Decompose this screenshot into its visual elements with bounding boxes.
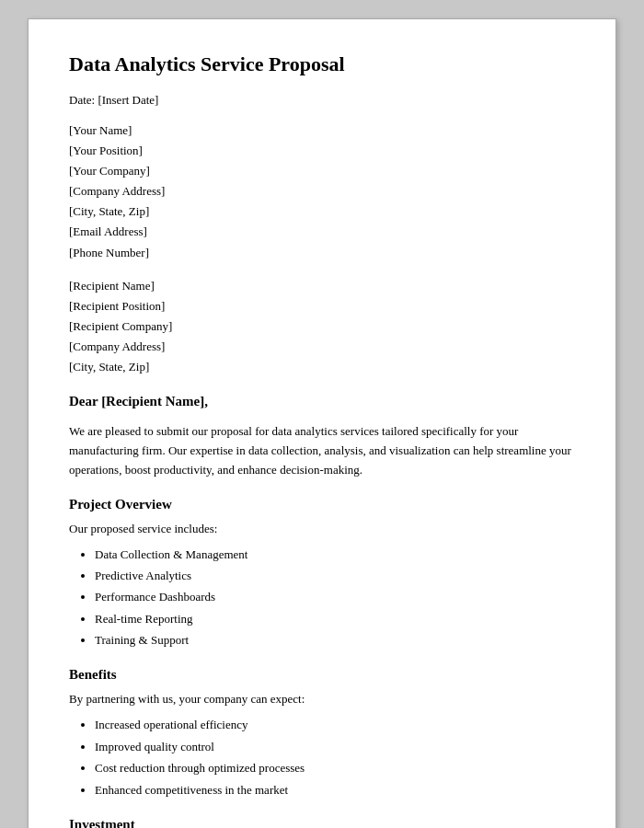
list-item: Data Collection & Management xyxy=(95,544,575,565)
project-overview-intro: Our proposed service includes: xyxy=(69,522,575,536)
investment-section: Investment xyxy=(69,817,575,828)
sender-name: [Your Name] xyxy=(69,121,575,141)
list-item: Cost reduction through optimized process… xyxy=(95,757,575,778)
sender-email: [Email Address] xyxy=(69,222,575,242)
list-item: Improved quality control xyxy=(95,736,575,757)
recipient-city-state-zip: [City, State, Zip] xyxy=(69,357,575,377)
recipient-block: [Recipient Name] [Recipient Position] [R… xyxy=(69,276,575,377)
intro-paragraph: We are pleased to submit our proposal fo… xyxy=(69,422,575,479)
document-title: Data Analytics Service Proposal xyxy=(69,52,575,76)
investment-heading: Investment xyxy=(69,817,575,828)
benefits-list: Increased operational efficiency Improve… xyxy=(69,714,575,800)
salutation: Dear [Recipient Name], xyxy=(69,394,575,409)
recipient-company: [Recipient Company] xyxy=(69,316,575,337)
project-overview-section: Project Overview Our proposed service in… xyxy=(69,497,575,651)
benefits-intro: By partnering with us, your company can … xyxy=(69,692,575,707)
recipient-name: [Recipient Name] xyxy=(69,276,575,296)
list-item: Training & Support xyxy=(95,629,575,650)
project-overview-heading: Project Overview xyxy=(69,497,575,512)
document-date: Date: [Insert Date] xyxy=(69,93,575,108)
recipient-address: [Company Address] xyxy=(69,337,575,357)
benefits-heading: Benefits xyxy=(69,667,575,683)
list-item: Performance Dashboards xyxy=(95,586,575,607)
sender-address: [Company Address] xyxy=(69,181,575,201)
list-item: Increased operational efficiency xyxy=(95,714,575,735)
project-overview-list: Data Collection & Management Predictive … xyxy=(69,544,575,651)
sender-position: [Your Position] xyxy=(69,141,575,161)
sender-city-state-zip: [City, State, Zip] xyxy=(69,201,575,222)
list-item: Predictive Analytics xyxy=(95,565,575,586)
benefits-section: Benefits By partnering with us, your com… xyxy=(69,667,575,800)
sender-block: [Your Name] [Your Position] [Your Compan… xyxy=(69,121,575,263)
recipient-position: [Recipient Position] xyxy=(69,296,575,316)
sender-company: [Your Company] xyxy=(69,161,575,181)
sender-phone: [Phone Number] xyxy=(69,243,575,263)
list-item: Enhanced competitiveness in the market xyxy=(95,779,575,800)
list-item: Real-time Reporting xyxy=(95,608,575,629)
document-container: Data Analytics Service Proposal Date: [I… xyxy=(28,18,616,828)
